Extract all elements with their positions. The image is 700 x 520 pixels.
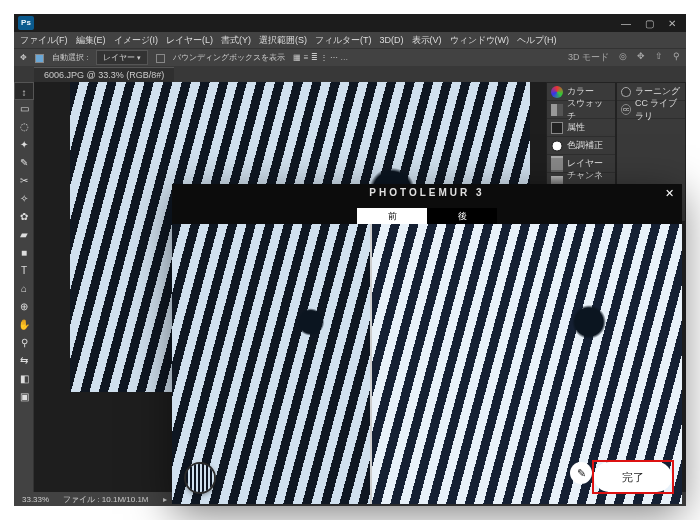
panel-cclib[interactable]: ccCC ライブラリ — [617, 101, 685, 119]
tool-heal[interactable]: ✧ — [14, 190, 34, 208]
tab-after[interactable]: 後 — [427, 208, 497, 224]
swatches-icon — [551, 104, 563, 116]
bulb-icon — [621, 87, 631, 97]
window-minimize[interactable]: — — [621, 18, 631, 29]
tool-eyedropper[interactable]: ✂ — [14, 172, 34, 190]
cc-icon: cc — [621, 104, 631, 115]
tool-stamp[interactable]: ▰ — [14, 226, 34, 244]
tool-more[interactable]: ⚲ — [14, 334, 34, 352]
status-more-icon[interactable]: ▸ — [163, 495, 167, 504]
menu-file[interactable]: ファイル(F) — [20, 34, 68, 47]
tool-wand[interactable]: ✦ — [14, 136, 34, 154]
preview-before[interactable] — [172, 224, 372, 504]
3d-orbit-icon[interactable]: ◎ — [619, 51, 627, 64]
options-bar: ✥ 自動選択 : レイヤー バウンディングボックスを表示 ▦ ≡ ≣ ⋮ ⋯ …… — [14, 48, 686, 66]
panel-swatches-label: スウォッチ — [567, 97, 611, 123]
status-fileinfo[interactable]: ファイル : 10.1M/10.1M — [63, 494, 148, 505]
tool-gradient[interactable]: ■ — [14, 244, 34, 262]
document-tab[interactable]: 6006.JPG @ 33.3% (RGB/8#) — [34, 67, 174, 82]
panel-adjustments[interactable]: 色調補正 — [547, 137, 615, 155]
panel-adjustments-label: 色調補正 — [567, 139, 603, 152]
done-button-highlight — [592, 460, 674, 494]
menu-3d[interactable]: 3D(D) — [380, 35, 404, 45]
auto-select-label: 自動選択 : — [52, 52, 88, 63]
bbox-checkbox[interactable] — [156, 54, 165, 63]
tool-mask[interactable]: ▣ — [14, 388, 34, 406]
tool-hand[interactable]: ⊕ — [14, 298, 34, 316]
menu-help[interactable]: ヘルプ(H) — [517, 34, 557, 47]
tool-shape[interactable]: ⌂ — [14, 280, 34, 298]
photolemur-close-icon[interactable]: ✕ — [665, 187, 674, 200]
menubar: ファイル(F) 編集(E) イメージ(I) レイヤー(L) 書式(Y) 選択範囲… — [14, 32, 686, 48]
tool-move[interactable]: ↕ — [14, 82, 34, 100]
window-maximize[interactable]: ▢ — [645, 18, 654, 29]
menu-window[interactable]: ウィンドウ(W) — [450, 34, 510, 47]
search-icon[interactable]: ⚲ — [673, 51, 680, 64]
tools-panel: ↕ ▭ ◌ ✦ ✎ ✂ ✧ ✿ ▰ ■ T ⌂ ⊕ ✋ ⚲ ⇆ ◧ ▣ — [14, 82, 34, 492]
tool-swap[interactable]: ⇆ — [14, 352, 34, 370]
window-close[interactable]: ✕ — [668, 18, 676, 29]
edit-button[interactable]: ✎ — [570, 462, 592, 484]
menu-type[interactable]: 書式(Y) — [221, 34, 251, 47]
panel-cclib-label: CC ライブラリ — [635, 97, 681, 123]
status-zoom[interactable]: 33.33% — [22, 495, 49, 504]
3d-mode-label: 3D モード — [568, 51, 609, 64]
adjustments-icon — [551, 140, 563, 152]
move-tool-icon[interactable]: ✥ — [20, 53, 27, 62]
menu-edit[interactable]: 編集(E) — [76, 34, 106, 47]
panel-properties-label: 属性 — [567, 121, 585, 134]
tool-zoom[interactable]: ✋ — [14, 316, 34, 334]
tool-type[interactable]: T — [14, 262, 34, 280]
tool-brush[interactable]: ✿ — [14, 208, 34, 226]
3d-pan-icon[interactable]: ✥ — [637, 51, 645, 64]
bbox-label: バウンディングボックスを表示 — [173, 52, 285, 63]
auto-select-target[interactable]: レイヤー — [96, 50, 148, 65]
align-icons[interactable]: ▦ ≡ ≣ ⋮ ⋯ … — [293, 53, 348, 62]
menu-image[interactable]: イメージ(I) — [114, 34, 159, 47]
menu-select[interactable]: 選択範囲(S) — [259, 34, 307, 47]
color-icon — [551, 86, 563, 98]
menu-layer[interactable]: レイヤー(L) — [166, 34, 213, 47]
app-badge: Ps — [18, 16, 34, 30]
tab-before[interactable]: 前 — [357, 208, 427, 224]
share-icon[interactable]: ⇧ — [655, 51, 663, 64]
properties-icon — [551, 122, 563, 134]
panel-swatches[interactable]: スウォッチ — [547, 101, 615, 119]
tool-lasso[interactable]: ◌ — [14, 118, 34, 136]
tool-fgbg[interactable]: ◧ — [14, 370, 34, 388]
style-preset-button[interactable] — [186, 464, 214, 492]
photolemur-window: PHOTOLEMUR 3 ✕ 前 後 ✎ 完了 — [172, 184, 682, 504]
photolemur-title: PHOTOLEMUR 3 — [172, 187, 682, 198]
preview-before-image — [172, 224, 370, 504]
auto-select-checkbox[interactable] — [35, 54, 44, 63]
tool-crop[interactable]: ✎ — [14, 154, 34, 172]
tool-marquee[interactable]: ▭ — [14, 100, 34, 118]
menu-filter[interactable]: フィルター(T) — [315, 34, 372, 47]
layers-icon — [551, 158, 563, 170]
menu-view[interactable]: 表示(V) — [412, 34, 442, 47]
